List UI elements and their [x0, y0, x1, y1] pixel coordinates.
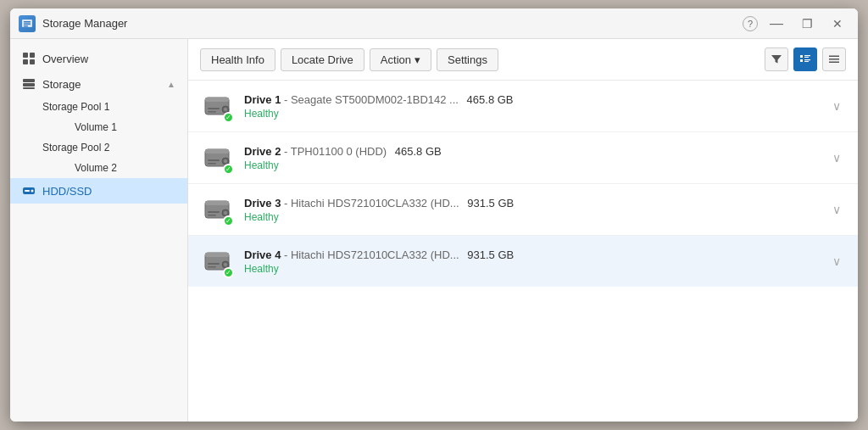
drives-list: ✓ Drive 1 - Seagate ST500DM002-1BD142 ..…: [188, 81, 858, 422]
window-controls: ? — ❐ ✕: [743, 12, 849, 36]
sidebar-item-overview[interactable]: Overview: [10, 46, 187, 71]
list-detail-view-button[interactable]: [793, 47, 817, 71]
sidebar-storage-pool-1-group: Storage Pool 1 Volume 1: [10, 97, 187, 137]
toolbar-right: [765, 47, 846, 71]
svg-rect-42: [205, 253, 229, 257]
drive-expand-icon[interactable]: ∨: [829, 96, 844, 116]
health-info-button[interactable]: Health Info: [200, 48, 275, 71]
sidebar-storage-label: Storage: [42, 78, 81, 91]
sidebar-item-hdd-ssd[interactable]: HDD/SSD: [10, 178, 187, 204]
svg-rect-21: [829, 59, 839, 60]
drive-name-row: Drive 2 - TPH01100 0 (HDD) 465.8 GB: [244, 145, 817, 158]
svg-point-38: [224, 211, 227, 215]
drive-model: - Hitachi HDS721010CLA332 (HD...: [284, 249, 459, 261]
sidebar: Overview Storage ▲: [10, 39, 188, 422]
drive-model: - Seagate ST500DM002-1BD142 ...: [284, 93, 459, 106]
titlebar: Storage Manager ? — ❐ ✕: [10, 8, 858, 39]
svg-rect-24: [205, 98, 229, 102]
sidebar-volume-2-label: Volume 2: [75, 162, 117, 174]
svg-rect-6: [23, 59, 28, 64]
content-area: Health Info Locate Drive Action ▾ Settin…: [188, 39, 858, 422]
drive-item[interactable]: ✓ Drive 4 - Hitachi HDS721010CLA332 (HD.…: [188, 236, 858, 287]
checkmark-icon: ✓: [225, 217, 231, 225]
svg-point-26: [224, 108, 227, 111]
filter-button[interactable]: [765, 47, 788, 71]
sidebar-item-storage-pool-2[interactable]: Storage Pool 2: [42, 137, 187, 158]
action-dropdown-icon: ▾: [415, 53, 420, 66]
drive-status-dot: ✓: [223, 267, 234, 278]
svg-rect-22: [829, 62, 839, 64]
overview-icon: [22, 52, 36, 65]
svg-point-32: [224, 159, 227, 163]
main-content: Overview Storage ▲: [10, 39, 858, 422]
drive-name: Drive 2: [244, 145, 281, 158]
sidebar-storage-pool-1-label: Storage Pool 1: [42, 101, 109, 113]
close-button[interactable]: ✕: [826, 12, 849, 36]
drive-health: Healthy: [244, 263, 817, 275]
sidebar-overview-label: Overview: [42, 53, 88, 65]
drive-item[interactable]: ✓ Drive 3 - Hitachi HDS721010CLA332 (HD.…: [188, 184, 858, 236]
help-button[interactable]: ?: [743, 16, 758, 31]
drive-health: Healthy: [244, 108, 817, 120]
drive-size: 465.8 GB: [395, 145, 442, 158]
sidebar-volume-1-group: Volume 1: [42, 117, 187, 137]
sidebar-item-storage-pool-1[interactable]: Storage Pool 1: [42, 97, 187, 117]
drive-info: Drive 1 - Seagate ST500DM002-1BD142 ... …: [244, 93, 817, 120]
drive-name-row: Drive 4 - Hitachi HDS721010CLA332 (HD...…: [244, 249, 817, 261]
window-title: Storage Manager: [42, 17, 743, 30]
drive-size: 931.5 GB: [467, 249, 514, 261]
drive-name: Drive 1: [244, 93, 281, 106]
svg-rect-14: [800, 55, 803, 58]
svg-rect-7: [30, 59, 35, 64]
action-button[interactable]: Action ▾: [370, 48, 431, 71]
drive-status-dot: ✓: [223, 164, 234, 175]
drive-health: Healthy: [244, 159, 817, 171]
drive-item[interactable]: ✓ Drive 2 - TPH01100 0 (HDD) 465.8 GB He…: [188, 132, 858, 184]
drive-size: 931.5 GB: [467, 197, 514, 209]
svg-rect-45: [208, 263, 220, 265]
svg-rect-13: [25, 190, 30, 192]
sidebar-volume-2-group: Volume 2: [42, 158, 187, 178]
svg-rect-8: [23, 79, 35, 82]
svg-rect-18: [804, 59, 810, 60]
checkmark-icon: ✓: [225, 165, 231, 173]
drive-size: 465.8 GB: [467, 93, 514, 106]
drive-expand-icon[interactable]: ∨: [829, 199, 844, 220]
svg-rect-28: [208, 111, 216, 113]
drive-expand-icon[interactable]: ∨: [829, 148, 844, 168]
locate-drive-button[interactable]: Locate Drive: [281, 48, 364, 71]
svg-rect-17: [800, 59, 803, 62]
sidebar-item-storage[interactable]: Storage ▲: [10, 71, 187, 97]
drive-model: - TPH01100 0 (HDD): [284, 145, 387, 158]
minimize-button[interactable]: —: [765, 12, 788, 36]
drive-icon-wrap: ✓: [202, 142, 232, 173]
drive-expand-icon[interactable]: ∨: [829, 251, 844, 271]
sidebar-storage-pool-2-label: Storage Pool 2: [42, 142, 109, 154]
svg-rect-33: [208, 159, 220, 161]
restore-button[interactable]: ❐: [795, 12, 819, 36]
drive-icon-wrap: ✓: [202, 246, 232, 276]
drive-status-dot: ✓: [223, 215, 234, 226]
drive-icon-wrap: ✓: [202, 91, 232, 121]
drive-health: Healthy: [244, 211, 817, 223]
sidebar-item-volume-1[interactable]: Volume 1: [75, 117, 187, 137]
sidebar-volume-1-label: Volume 1: [75, 121, 117, 133]
sidebar-hdd-ssd-label: HDD/SSD: [42, 185, 92, 198]
sidebar-item-volume-2[interactable]: Volume 2: [75, 158, 187, 178]
hdd-ssd-icon: [22, 184, 36, 198]
svg-rect-39: [208, 211, 220, 213]
list-simple-view-button[interactable]: [822, 47, 846, 71]
drive-name: Drive 4: [244, 249, 281, 261]
svg-rect-36: [205, 201, 229, 205]
content-toolbar: Health Info Locate Drive Action ▾ Settin…: [188, 39, 858, 81]
svg-rect-40: [208, 215, 216, 216]
settings-button[interactable]: Settings: [437, 48, 498, 71]
sidebar-storage-pool-2-group: Storage Pool 2 Volume 2: [10, 137, 187, 178]
svg-rect-9: [23, 83, 35, 87]
drive-item[interactable]: ✓ Drive 1 - Seagate ST500DM002-1BD142 ..…: [188, 81, 858, 132]
svg-point-12: [31, 190, 34, 193]
drive-info: Drive 4 - Hitachi HDS721010CLA332 (HD...…: [244, 249, 817, 275]
drive-name-row: Drive 1 - Seagate ST500DM002-1BD142 ... …: [244, 93, 817, 106]
svg-rect-5: [30, 53, 35, 58]
svg-rect-15: [804, 55, 810, 56]
